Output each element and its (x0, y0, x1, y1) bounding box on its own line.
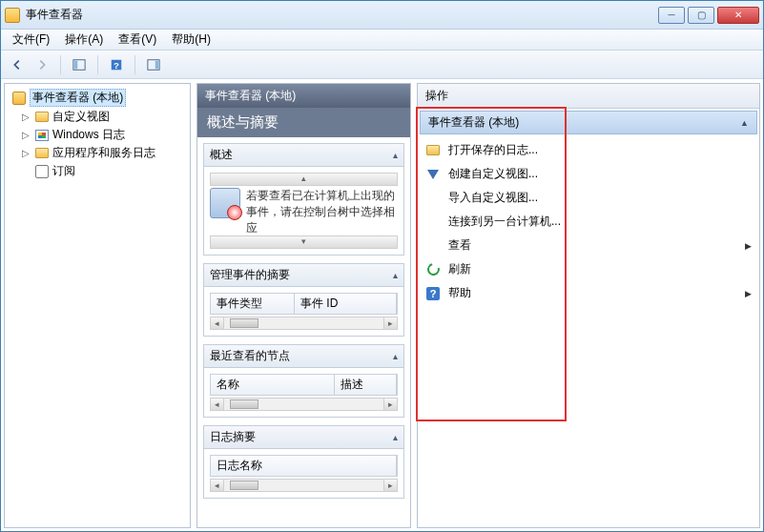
scroll-left-icon[interactable]: ◂ (211, 480, 224, 491)
section-header[interactable]: 最近查看的节点 ▴ (204, 345, 403, 368)
details-header: 事件查看器 (本地) (197, 84, 410, 108)
action-open-saved-log[interactable]: 打开保存的日志... (420, 138, 757, 162)
tree-custom-views[interactable]: ▷ 自定义视图 (7, 108, 188, 126)
open-folder-icon (425, 143, 441, 158)
maximize-button[interactable]: ▢ (688, 7, 714, 24)
refresh-icon (425, 262, 441, 277)
column-desc[interactable]: 描述 (335, 375, 397, 395)
details-pane: 事件查看器 (本地) 概述与摘要 概述 ▴ ▴ 若要查看已在计算机上出现的事件，… (196, 83, 411, 528)
horizontal-scrollbar[interactable]: ◂ ▸ (210, 317, 398, 330)
scroll-left-icon[interactable]: ◂ (211, 399, 224, 410)
section-title: 管理事件的摘要 (210, 267, 290, 283)
event-viewer-icon (11, 91, 27, 106)
section-header[interactable]: 概述 ▴ (204, 144, 403, 167)
action-connect-computer[interactable]: 连接到另一台计算机... (420, 210, 757, 234)
collapse-icon: ▴ (393, 150, 398, 160)
toolbar-separator (60, 55, 61, 74)
tree-windows-logs[interactable]: ▷ Windows 日志 (7, 126, 188, 144)
tree-root-label: 事件查看器 (本地) (30, 89, 126, 107)
minimize-button[interactable]: ─ (658, 7, 685, 24)
column-name[interactable]: 名称 (211, 375, 335, 395)
toolbar-separator (134, 55, 135, 74)
details-body: 概述 ▴ ▴ 若要查看已在计算机上出现的事件，请在控制台树中选择相应 ▾ (197, 137, 410, 527)
grid-header: 名称 描述 (210, 374, 398, 396)
scroll-thumb[interactable] (230, 481, 258, 490)
horizontal-scrollbar[interactable]: ◂ ▸ (210, 398, 398, 411)
action-import-custom-view[interactable]: 导入自定义视图... (420, 186, 757, 210)
scroll-left-icon[interactable]: ◂ (211, 317, 224, 329)
show-tree-button[interactable] (69, 54, 90, 75)
menu-file[interactable]: 文件(F) (5, 30, 57, 50)
app-window: 事件查看器 ─ ▢ ✕ 文件(F) 操作(A) 查看(V) 帮助(H) ? 事件… (0, 0, 764, 532)
action-label: 导入自定义视图... (448, 190, 752, 206)
section-recent: 最近查看的节点 ▴ 名称 描述 ◂ ▸ (203, 344, 404, 418)
overview-text: 若要查看已在计算机上出现的事件，请在控制台树中选择相应 (246, 188, 398, 234)
section-header[interactable]: 管理事件的摘要 ▴ (204, 264, 403, 287)
show-actions-button[interactable] (143, 54, 164, 75)
column-log-name[interactable]: 日志名称 (211, 456, 397, 476)
submenu-arrow-icon: ▶ (745, 289, 752, 298)
column-event-id[interactable]: 事件 ID (295, 294, 397, 314)
section-overview: 概述 ▴ ▴ 若要查看已在计算机上出现的事件，请在控制台树中选择相应 ▾ (203, 143, 404, 256)
overview-icon (210, 188, 240, 218)
scroll-down-button[interactable]: ▾ (210, 235, 398, 249)
tree-label: 订阅 (52, 163, 75, 179)
titlebar[interactable]: 事件查看器 ─ ▢ ✕ (1, 1, 763, 30)
scroll-right-icon[interactable]: ▸ (383, 317, 397, 329)
action-label: 连接到另一台计算机... (448, 214, 752, 230)
column-event-type[interactable]: 事件类型 (211, 294, 295, 314)
tree-label: 应用程序和服务日志 (52, 145, 155, 161)
submenu-arrow-icon: ▶ (745, 241, 752, 251)
window-title: 事件查看器 (26, 7, 658, 23)
content-area: 事件查看器 (本地) ▷ 自定义视图 ▷ Windows 日志 ▷ 应用程序和服… (1, 79, 763, 531)
forward-button[interactable] (31, 54, 52, 75)
action-view[interactable]: 查看 ▶ (420, 234, 757, 257)
filter-icon (425, 167, 441, 182)
section-body: ▴ 若要查看已在计算机上出现的事件，请在控制台树中选择相应 ▾ (204, 167, 403, 255)
collapse-icon: ▴ (393, 432, 398, 442)
action-refresh[interactable]: 刷新 (420, 257, 757, 281)
collapse-icon: ▲ (740, 118, 749, 128)
action-create-custom-view[interactable]: 创建自定义视图... (420, 162, 757, 186)
expand-icon[interactable]: ▷ (20, 148, 31, 158)
tree-app-logs[interactable]: ▷ 应用程序和服务日志 (7, 144, 188, 162)
toolbar-separator (97, 55, 98, 74)
tree-subscriptions[interactable]: 订阅 (7, 162, 188, 180)
section-log-summary: 日志摘要 ▴ 日志名称 ◂ ▸ (203, 425, 404, 499)
help-icon: ? (425, 286, 441, 301)
expand-icon[interactable]: ▷ (20, 112, 31, 122)
overview-description: 若要查看已在计算机上出现的事件，请在控制台树中选择相应 (210, 188, 398, 234)
actions-header: 操作 (418, 84, 759, 109)
windows-icon (34, 128, 50, 143)
folder-icon (34, 146, 50, 161)
back-button[interactable] (7, 54, 28, 75)
action-label: 创建自定义视图... (448, 166, 752, 182)
scroll-up-button[interactable]: ▴ (210, 173, 398, 186)
menu-help[interactable]: 帮助(H) (164, 30, 218, 50)
action-label: 打开保存的日志... (448, 142, 752, 158)
collapse-icon: ▴ (393, 270, 398, 280)
help-button[interactable]: ? (106, 54, 127, 75)
section-summary: 管理事件的摘要 ▴ 事件类型 事件 ID ◂ ▸ (203, 263, 404, 337)
scroll-thumb[interactable] (230, 399, 258, 409)
menu-action[interactable]: 操作(A) (57, 30, 111, 50)
scroll-right-icon[interactable]: ▸ (383, 480, 397, 491)
menu-view[interactable]: 查看(V) (111, 30, 164, 50)
section-header[interactable]: 日志摘要 ▴ (204, 426, 403, 449)
actions-subheader[interactable]: 事件查看器 (本地) ▲ (420, 111, 757, 134)
horizontal-scrollbar[interactable]: ◂ ▸ (210, 479, 398, 492)
expand-icon[interactable]: ▷ (20, 130, 31, 140)
close-button[interactable]: ✕ (717, 7, 759, 24)
folder-icon (34, 110, 50, 125)
subscription-icon (34, 164, 50, 179)
scroll-thumb[interactable] (230, 318, 258, 328)
tree-root[interactable]: 事件查看器 (本地) (7, 88, 188, 108)
action-help[interactable]: ? 帮助 ▶ (420, 281, 757, 305)
section-title: 日志摘要 (210, 429, 256, 445)
scroll-right-icon[interactable]: ▸ (383, 399, 397, 410)
window-buttons: ─ ▢ ✕ (658, 7, 759, 24)
actions-pane: 操作 事件查看器 (本地) ▲ 打开保存的日志... 创建自定义视图... (417, 83, 760, 528)
blank-icon (425, 191, 441, 206)
section-title: 最近查看的节点 (210, 348, 290, 364)
svg-rect-1 (74, 60, 78, 69)
